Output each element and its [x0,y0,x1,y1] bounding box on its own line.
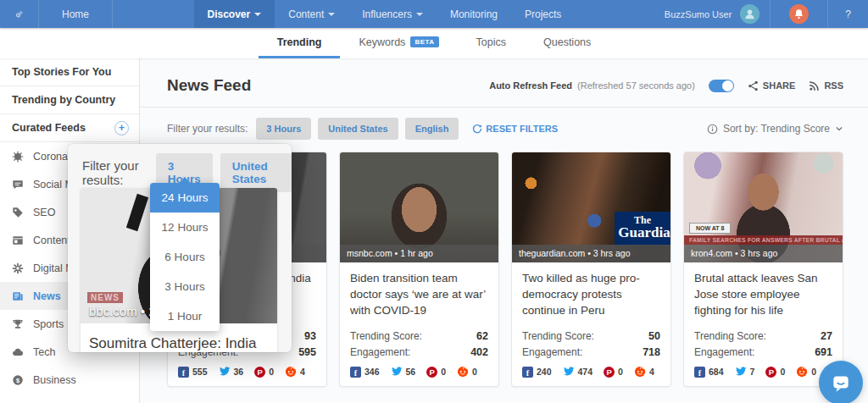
beta-badge: BETA [410,36,438,47]
news-icon [12,290,24,302]
pinterest-count: 0 [269,367,274,377]
twitter-count: 56 [406,367,416,377]
twitter-icon [391,367,403,377]
rss-label: RSS [824,80,843,91]
bell-icon [793,8,804,19]
tab-questions-label: Questions [543,36,591,48]
filter-chip-time[interactable]: 3 Hours [256,118,311,140]
overlay-chip-country[interactable]: United States [220,153,292,192]
buzzsumo-logo[interactable] [0,0,39,28]
guardian-logo: The Guardia [615,212,670,246]
dropdown-option-12-hours[interactable]: 12 Hours [150,213,220,242]
sidebar-item-top-stories[interactable]: Top Stories For You [0,58,139,86]
nav-item-projects[interactable]: Projects [511,0,575,28]
sidebar-item-trending-by-country[interactable]: Trending by Country [0,86,139,114]
now-at-8-badge: NOW AT 8 [689,223,731,234]
share-label: SHARE [763,80,796,91]
nav-item-content[interactable]: Content [275,0,348,28]
share-icon [748,80,759,91]
news-caption-strip: FAMILY SEARCHES FOR ANSWERS AFTER BRUTAL… [684,235,843,245]
tag-icon [12,207,24,218]
feed-label: Tech [33,346,55,358]
nav-item-discover[interactable]: Discover [194,0,275,28]
tab-keywords[interactable]: Keywords BETA [340,28,457,58]
tab-questions[interactable]: Questions [525,28,609,58]
dropdown-option-24-hours[interactable]: 24 Hours [150,183,220,213]
reset-filters-button[interactable]: RESET FILTERS [472,124,558,134]
facebook-count: 555 [192,367,208,377]
nav-item-home[interactable]: Home [39,0,113,28]
auto-refresh-text: Auto Refresh Feed (Refreshed 57 seconds … [489,80,695,91]
feed-label: Sports [33,318,64,330]
nav-projects-label: Projects [525,8,561,20]
news-card: msnbc.com • 1 hr ago Biden transition te… [339,152,499,387]
sidebar-item-curated-feeds[interactable]: Curated Feeds + [0,114,139,142]
filter-chip-country[interactable]: United States [318,118,398,140]
engagement-label: Engagement: [694,346,754,358]
reset-filters-label: RESET FILTERS [486,124,558,134]
help-label: ? [845,8,851,20]
add-feed-button[interactable]: + [114,121,129,135]
rss-button[interactable]: RSS [809,80,843,91]
top-stories-label: Top Stories For You [12,66,111,78]
nav-center-group: Discover Content Influencers Monitoring … [194,0,576,28]
auto-refresh-toggle[interactable] [709,80,734,92]
pinterest-count: 0 [780,367,785,377]
twitter-icon [563,367,575,377]
nav-item-influencers[interactable]: Influencers [348,0,437,28]
reddit-count: 0 [811,367,816,377]
feed-label: News [33,290,61,302]
engagement-value: 402 [470,346,488,358]
info-icon [707,124,718,135]
dollar-icon: $ [12,374,24,386]
article-source: theguardian.com • 3 hrs ago [512,245,670,262]
sort-by-dropdown[interactable]: Sort by: Trending Score [707,123,843,135]
article-image[interactable]: msnbc.com • 1 hr ago [340,152,498,262]
engagement-value: 718 [643,346,660,358]
buzzsumo-logo-icon [15,4,23,25]
nav-influencers-label: Influencers [362,8,412,20]
nav-content-label: Content [288,8,324,20]
reddit-count: 4 [300,367,305,377]
dropdown-option-6-hours[interactable]: 6 Hours [150,242,220,272]
article-image[interactable]: The Guardia theguardian.com • 3 hrs ago [512,152,670,262]
filter-chip-language[interactable]: English [405,118,459,140]
trending-score-value: 93 [304,330,316,342]
tab-trending[interactable]: Trending [259,28,341,58]
pinterest-count: 0 [441,367,446,377]
article-title[interactable]: Two killed as huge pro-democracy protest… [522,271,660,319]
dropdown-option-1-hour[interactable]: 1 Hour [150,301,220,331]
trending-score-value: 50 [648,330,660,342]
twitter-icon [219,367,231,377]
article-title[interactable]: Biden transition team doctor says ‘we ar… [350,271,488,319]
filter-label: Filter your results: [167,123,248,135]
article-title[interactable]: Brutal attack leaves San Jose store empl… [694,271,832,319]
sidebar-item-business[interactable]: $ Business [0,366,139,394]
help-button[interactable]: ? [828,8,868,20]
trending-score-value: 27 [821,330,832,342]
chat-bubble-icon [830,372,852,394]
twitter-icon [735,367,747,377]
engagement-label: Engagement: [522,346,582,358]
engagement-value: 691 [815,346,832,358]
reddit-count: 4 [649,367,654,377]
auto-refresh-label: Auto Refresh Feed [489,80,572,91]
nav-item-monitoring[interactable]: Monitoring [437,0,511,28]
rss-icon [809,80,820,91]
article-image[interactable]: NOW AT 8 FAMILY SEARCHES FOR ANSWERS AFT… [684,152,843,262]
curated-feeds-label: Curated Feeds [12,122,86,134]
engagement-value: 595 [298,346,316,358]
avatar[interactable] [740,4,760,24]
chat-widget-button[interactable] [819,361,863,403]
page-title: News Feed [167,76,251,95]
nav-monitoring-label: Monitoring [450,8,498,20]
refresh-icon [472,124,482,134]
tab-keywords-label: Keywords [359,36,405,48]
share-button[interactable]: SHARE [748,80,796,91]
asterisk-icon [12,262,24,274]
notifications-button[interactable] [771,0,827,28]
top-nav: Home Discover Content Influencers Monito… [0,0,868,28]
tab-topics[interactable]: Topics [458,28,525,58]
facebook-count: 346 [364,367,380,377]
dropdown-option-3-hours[interactable]: 3 Hours [150,272,220,301]
